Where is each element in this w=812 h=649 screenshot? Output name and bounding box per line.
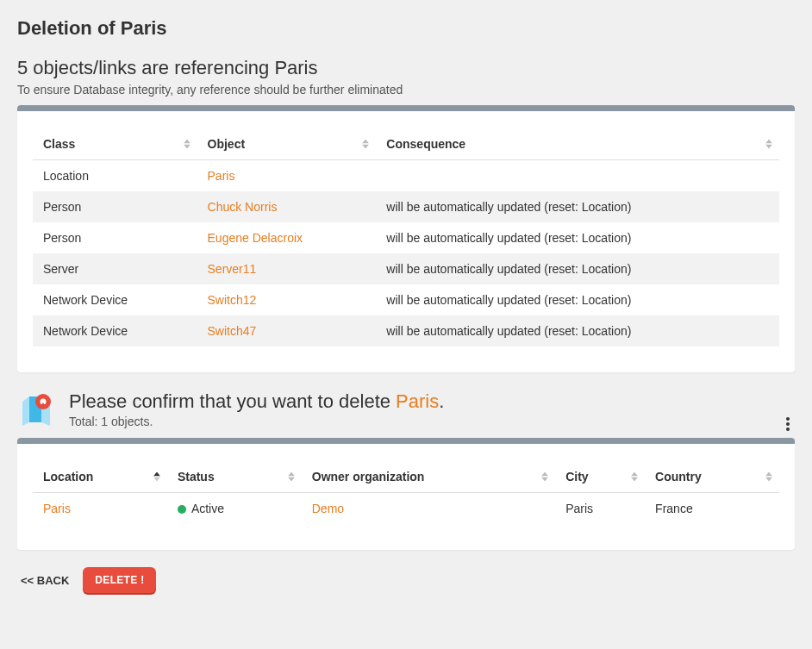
cell-consequence: will be automatically updated (reset: Lo… — [376, 253, 779, 284]
cell-class: Network Device — [33, 284, 197, 315]
object-link[interactable]: Switch47 — [208, 324, 257, 338]
col-owner[interactable]: Owner organization — [302, 461, 555, 493]
svg-marker-2 — [362, 140, 369, 144]
col-class-label: Class — [43, 137, 75, 151]
cell-class: Location — [33, 160, 197, 192]
col-object-label: Object — [208, 137, 246, 151]
object-link[interactable]: Switch12 — [208, 293, 257, 307]
sort-icon — [765, 140, 772, 149]
object-link[interactable]: Paris — [208, 169, 235, 183]
cell-consequence: will be automatically updated (reset: Lo… — [376, 191, 779, 222]
col-owner-label: Owner organization — [312, 470, 425, 484]
back-button[interactable]: << BACK — [17, 569, 72, 592]
cell-consequence: will be automatically updated (reset: Lo… — [376, 315, 779, 346]
table-row: Network Device Switch47 will be automati… — [33, 315, 779, 346]
col-country-label: Country — [655, 470, 702, 484]
sort-icon — [631, 472, 638, 482]
page-title: Deletion of Paris — [17, 17, 795, 40]
table-row: Person Chuck Norris will be automaticall… — [33, 191, 779, 222]
status-text: Active — [191, 502, 224, 515]
col-consequence-label: Consequence — [386, 137, 465, 151]
svg-marker-15 — [541, 472, 548, 477]
svg-marker-5 — [765, 145, 772, 149]
svg-marker-11 — [153, 472, 160, 477]
confirm-suffix: . — [439, 390, 444, 412]
col-location[interactable]: Location — [33, 461, 167, 493]
cell-country: France — [645, 493, 779, 525]
confirm-prefix: Please confirm that you want to delete — [69, 390, 396, 412]
object-link[interactable]: Server11 — [208, 262, 257, 276]
references-panel: Class Object Consequ — [17, 105, 795, 372]
cell-consequence: will be automatically updated (reset: Lo… — [376, 222, 779, 253]
confirm-table: Location Status Owne — [33, 461, 779, 524]
cell-consequence: will be automatically updated (reset: Lo… — [376, 284, 779, 315]
cell-status: Active — [167, 493, 302, 525]
table-row: Paris Active Demo Paris France — [33, 493, 779, 525]
status-active-icon — [178, 505, 186, 514]
col-object[interactable]: Object — [197, 128, 377, 160]
col-city-label: City — [565, 470, 588, 484]
object-link[interactable]: Eugene Delacroix — [208, 231, 303, 245]
confirm-target: Paris — [396, 390, 439, 412]
table-row: Server Server11 will be automatically up… — [33, 253, 779, 284]
svg-marker-20 — [765, 477, 772, 482]
owner-link[interactable]: Demo — [312, 502, 344, 515]
sort-icon — [153, 472, 160, 482]
cell-class: Server — [33, 253, 197, 284]
sort-icon — [541, 472, 548, 482]
svg-marker-14 — [288, 477, 295, 482]
svg-marker-13 — [288, 472, 295, 477]
col-location-label: Location — [43, 470, 93, 484]
svg-marker-4 — [765, 140, 772, 144]
svg-marker-7 — [22, 396, 29, 426]
svg-marker-1 — [184, 145, 191, 149]
panel-accent-bar — [17, 438, 795, 444]
confirm-panel: Location Status Owne — [17, 438, 795, 550]
sort-icon — [288, 472, 295, 482]
sort-icon — [765, 472, 772, 482]
delete-button[interactable]: DELETE ! — [83, 567, 156, 593]
col-country[interactable]: Country — [645, 461, 779, 493]
col-city[interactable]: City — [555, 461, 645, 493]
confirm-header: Please confirm that you want to delete P… — [17, 390, 795, 429]
col-consequence[interactable]: Consequence — [376, 128, 779, 160]
svg-marker-16 — [541, 477, 548, 482]
action-bar: << BACK DELETE ! — [17, 567, 795, 593]
references-table: Class Object Consequ — [33, 128, 779, 346]
svg-marker-0 — [184, 140, 191, 144]
more-menu-icon[interactable] — [786, 417, 790, 431]
cell-class: Network Device — [33, 315, 197, 346]
table-row: Location Paris — [33, 160, 779, 192]
panel-accent-bar — [17, 105, 795, 111]
cell-class: Person — [33, 191, 197, 222]
confirm-total: Total: 1 objects. — [69, 415, 444, 428]
svg-marker-17 — [631, 472, 638, 477]
col-class[interactable]: Class — [33, 128, 197, 160]
col-status-label: Status — [178, 470, 215, 484]
col-status[interactable]: Status — [167, 461, 302, 493]
table-row: Person Eugene Delacroix will be automati… — [33, 222, 779, 253]
svg-marker-18 — [631, 477, 638, 482]
table-row: Network Device Switch12 will be automati… — [33, 284, 779, 315]
subtitle: 5 objects/links are referencing Paris — [17, 57, 795, 79]
sort-icon — [184, 140, 191, 149]
sort-icon — [362, 140, 369, 149]
svg-marker-12 — [153, 477, 160, 482]
cell-consequence — [376, 160, 779, 192]
location-pin-icon — [17, 390, 57, 429]
svg-marker-19 — [765, 472, 772, 477]
confirm-title: Please confirm that you want to delete P… — [69, 390, 444, 413]
cell-class: Person — [33, 222, 197, 253]
svg-marker-3 — [362, 145, 369, 149]
cell-city: Paris — [555, 493, 645, 525]
subtitle-desc: To ensure Database integrity, any refere… — [17, 83, 795, 97]
object-link[interactable]: Chuck Norris — [208, 200, 278, 214]
location-link[interactable]: Paris — [43, 502, 71, 515]
